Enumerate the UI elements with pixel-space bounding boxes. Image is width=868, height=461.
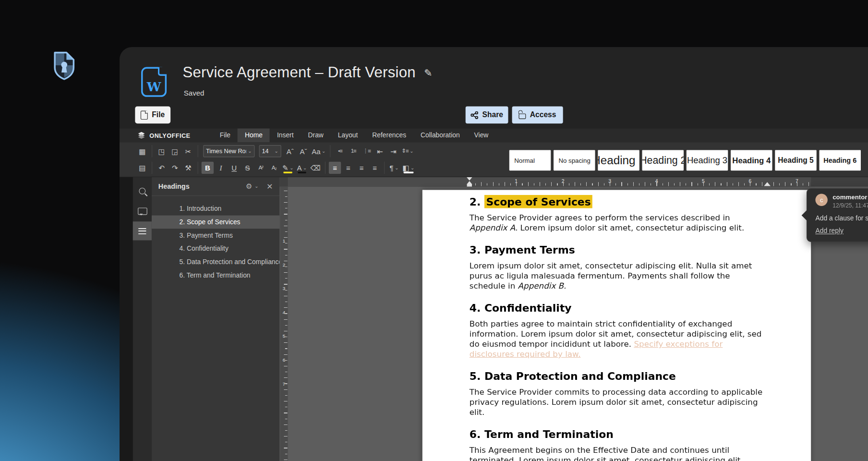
brand: ONLYOFFICE — [120, 129, 204, 143]
font-name-combo-value: Times New Roman — [206, 148, 247, 155]
hanging-indent-marker[interactable] — [467, 181, 472, 184]
tab-references[interactable]: References — [365, 129, 413, 143]
highlight-color-icon[interactable]: ✎⌄ — [281, 162, 295, 174]
paragraph: The Service Provider agrees to perform t… — [470, 213, 767, 233]
align-center-icon[interactable]: ≡ — [342, 162, 354, 174]
align-right-icon[interactable]: ≡ — [355, 162, 367, 174]
copy-icon[interactable]: ◳ — [156, 145, 168, 157]
left-indent-marker[interactable] — [467, 184, 472, 187]
bullet-list-icon[interactable]: •≡ — [334, 145, 346, 157]
cut-icon[interactable]: ✂ — [182, 145, 194, 157]
nav-item-1-introduction[interactable]: 1. Introduction — [152, 202, 279, 216]
decrease-font-icon[interactable]: Aˇ — [297, 145, 309, 157]
underline-icon[interactable]: U — [228, 162, 240, 174]
style-heading-3[interactable]: Heading 3 — [687, 150, 728, 170]
nav-item-2-scope-of-services[interactable]: 2. Scope of Services — [152, 216, 279, 229]
style-normal[interactable]: Normal — [509, 150, 551, 170]
strikethrough-icon[interactable]: S — [241, 162, 253, 174]
tab-insert[interactable]: Insert — [270, 129, 301, 143]
rename-pencil-icon[interactable]: ✎ — [424, 67, 432, 79]
toolbar-row-2: ▤↶↷⚒BIUSA²A₂✎⌄A⌄⌫≡≡≡≡¶⌄◧⌄ — [133, 160, 419, 175]
decrease-indent-icon[interactable]: ⇤ — [374, 145, 386, 157]
unlock-icon — [519, 113, 526, 119]
increase-indent-icon[interactable]: ⇥ — [387, 145, 399, 157]
subscript-icon[interactable]: A₂ — [268, 162, 280, 174]
navigation-button[interactable] — [133, 221, 152, 240]
chevron-down-icon: ⌄ — [322, 149, 326, 154]
tab-view[interactable]: View — [467, 129, 496, 143]
tab-collaboration[interactable]: Collaboration — [413, 129, 467, 143]
paragraph: Lorem ipsum dolor sit amet, consectetur … — [470, 261, 767, 291]
access-button[interactable]: Access — [512, 106, 563, 123]
gear-icon: ⚙ — [246, 182, 252, 190]
combo-font-size-combo[interactable]: 14⌄ — [259, 145, 281, 157]
toolbar-group: Times New Roman⌄14⌄AˆAˇAa⌄ — [198, 145, 330, 157]
style-heading-1[interactable]: Heading 1 — [598, 150, 639, 170]
clear-style-icon[interactable]: ⌫ — [309, 162, 322, 174]
tab-draw[interactable]: Draw — [301, 129, 331, 143]
tab-file[interactable]: File — [213, 129, 238, 143]
left-icon-bar — [133, 177, 152, 461]
style-heading-4[interactable]: Heading 4 — [731, 150, 772, 170]
document-page[interactable]: 2. Scope of ServicesThe Service Provider… — [422, 190, 811, 461]
save-icon[interactable]: ▦ — [136, 145, 148, 157]
print-icon[interactable]: ▤ — [136, 162, 148, 174]
undo-icon[interactable]: ↶ — [156, 162, 168, 174]
style-heading-6[interactable]: Heading 6 — [820, 150, 861, 170]
document-file-icon: W — [141, 67, 167, 97]
scale-wrapper: W Service Agreement – Draft Version ✎ Sa… — [0, 0, 868, 461]
file-button[interactable]: File — [135, 106, 170, 123]
style-heading-5[interactable]: Heading 5 — [775, 150, 816, 170]
v-ruler-number: 5 — [280, 333, 288, 339]
file-page-icon — [141, 110, 148, 119]
headings-settings-button[interactable]: ⚙⌄ — [246, 182, 259, 190]
paste-icon-glyph: ◲ — [171, 147, 178, 155]
nav-item-5-data-protection-and-compliance[interactable]: 5. Data Protection and Compliance — [152, 255, 279, 269]
nav-item-4-confidentiality[interactable]: 4. Confidentiality — [152, 242, 279, 255]
section-heading: 3. Payment Terms — [470, 243, 767, 255]
align-left-icon[interactable]: ≡ — [329, 162, 341, 174]
line-spacing-icon[interactable]: ⇕≡⌄ — [400, 145, 415, 157]
bold-icon[interactable]: B — [202, 162, 214, 174]
paragraph-marks-icon[interactable]: ¶⌄ — [388, 162, 400, 174]
headings-list: 1. Introduction2. Scope of Services3. Pa… — [152, 196, 279, 282]
shading-icon[interactable]: ◧⌄ — [401, 162, 416, 174]
combo-font-name-combo[interactable]: Times New Roman⌄ — [203, 145, 254, 157]
toolbar: ▦◳◲✂Times New Roman⌄14⌄AˆAˇAa⌄•≡1≡⋮≡⇤⇥⇕≡… — [120, 142, 868, 177]
style-no-spacing[interactable]: No spacing — [554, 150, 595, 170]
tab-home[interactable]: Home — [238, 129, 270, 143]
format-painter-icon[interactable]: ⚒ — [182, 162, 194, 174]
italic-icon[interactable]: I — [215, 162, 227, 174]
heading-text: 6. Term and Termination — [470, 428, 614, 440]
tab-layout[interactable]: Layout — [331, 129, 365, 143]
redo-icon[interactable]: ↷ — [169, 162, 181, 174]
justify-icon[interactable]: ≡ — [369, 162, 381, 174]
font-color-icon[interactable]: A⌄ — [296, 162, 308, 174]
color-bar — [283, 171, 292, 173]
nav-item-6-term-and-termination[interactable]: 6. Term and Termination — [152, 268, 279, 282]
right-indent-marker[interactable] — [764, 182, 771, 186]
style-heading-2[interactable]: Heading 2 — [642, 150, 684, 170]
nav-item-3-payment-terms[interactable]: 3. Payment Terms — [152, 229, 279, 242]
toolbar-group: ▤ — [133, 162, 152, 174]
paste-icon[interactable]: ◲ — [169, 145, 181, 157]
first-line-indent-marker[interactable] — [467, 177, 472, 181]
numbered-list-icon[interactable]: 1≡ — [347, 145, 359, 157]
share-button[interactable]: Share — [466, 106, 508, 123]
search-button[interactable] — [133, 182, 152, 200]
italic-run: Appendix B. — [518, 281, 567, 290]
comments-button[interactable] — [133, 202, 152, 220]
document-section: 6. Term and TerminationThis Agreement be… — [470, 428, 767, 461]
horizontal-ruler[interactable]: 1234567 — [279, 177, 868, 187]
superscript-icon[interactable]: A² — [254, 162, 266, 174]
change-case-icon[interactable]: Aa⌄ — [311, 145, 327, 157]
increase-font-icon[interactable]: Aˆ — [284, 145, 296, 157]
redo-icon-glyph: ↷ — [172, 164, 178, 171]
multilevel-list-icon[interactable]: ⋮≡ — [361, 145, 373, 157]
vertical-ruler[interactable]: 1234567 — [280, 187, 288, 461]
close-panel-button[interactable]: ✕ — [266, 182, 273, 191]
editor-main: Headings ⚙⌄ ✕ 1. Introduction2. Scope of… — [120, 177, 868, 461]
heading-prefix: 2. — [470, 195, 484, 207]
document-section: 4. ConfidentialityBoth parties agree to … — [470, 302, 767, 359]
add-reply-link[interactable]: Add reply — [815, 227, 843, 235]
